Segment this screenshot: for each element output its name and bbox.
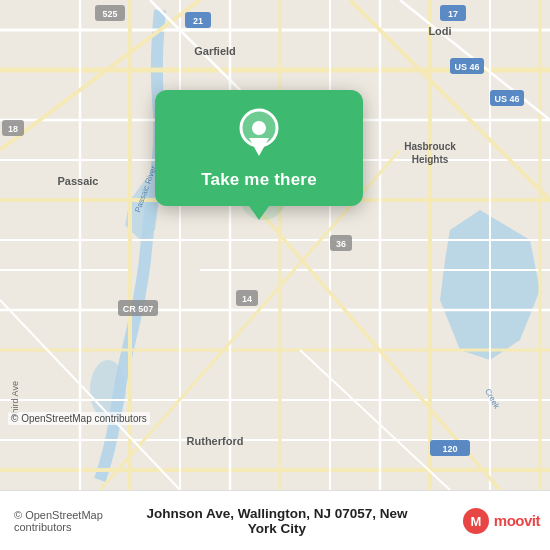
svg-text:Garfield: Garfield [194,45,236,57]
svg-text:Passaic: Passaic [58,175,99,187]
osm-attribution: © OpenStreetMap contributors [8,412,150,425]
svg-text:17: 17 [448,9,458,19]
take-me-there-button[interactable]: Take me there [201,170,317,190]
location-icon-wrapper [233,108,285,160]
svg-text:14: 14 [242,294,252,304]
moovit-logo: M moovit [409,507,541,535]
svg-text:Lodi: Lodi [428,25,451,37]
svg-text:US 46: US 46 [494,94,519,104]
popup-card[interactable]: Take me there [155,90,363,206]
svg-text:120: 120 [442,444,457,454]
svg-text:US 46: US 46 [454,62,479,72]
svg-text:18: 18 [8,124,18,134]
svg-marker-69 [249,138,269,156]
svg-text:525: 525 [102,9,117,19]
map-container: 21 17 US 46 US 46 525 18 CR 507 14 36 12… [0,0,550,490]
svg-text:21: 21 [193,16,203,26]
svg-text:CR 507: CR 507 [123,304,154,314]
location-pin-icon [237,108,281,160]
moovit-logo-icon: M [462,507,490,535]
svg-text:M: M [470,514,481,529]
copyright-text: © OpenStreetMap contributors [14,509,146,533]
svg-text:Heights: Heights [412,154,449,165]
svg-text:36: 36 [336,239,346,249]
svg-text:Hasbrouck: Hasbrouck [404,141,456,152]
bottom-bar: © OpenStreetMap contributors Johnson Ave… [0,490,550,550]
moovit-wordmark: moovit [494,512,540,529]
svg-text:Rutherford: Rutherford [187,435,244,447]
address-text: Johnson Ave, Wallington, NJ 07057, New Y… [146,506,409,536]
svg-point-68 [252,121,266,135]
